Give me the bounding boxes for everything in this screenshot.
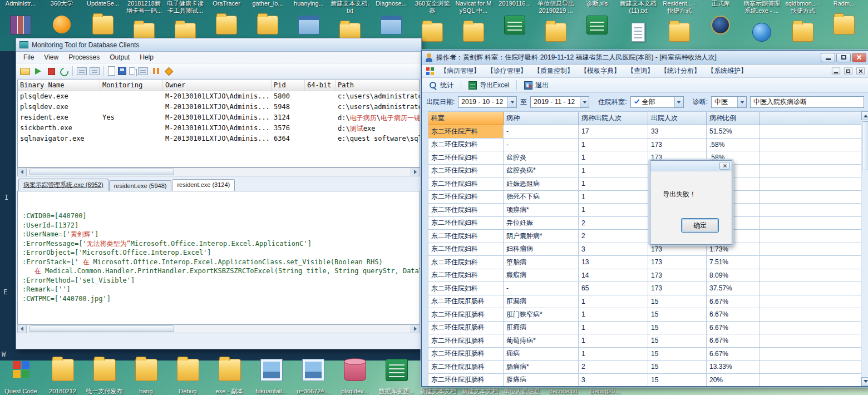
his-titlebar[interactable]: 操作者：黄剑辉 科室：住院呼吸科 2019-11-12 福建省第二人民医院(本部…: [422, 51, 868, 65]
chevron-down-icon[interactable]: [674, 97, 683, 107]
desktop-icon[interactable]: hang: [125, 359, 167, 395]
table-hscrollbar[interactable]: [17, 167, 420, 176]
chevron-down-icon[interactable]: [507, 97, 516, 107]
menu-item[interactable]: 【统计分析】: [660, 66, 701, 76]
open-folder-icon[interactable]: [20, 68, 30, 75]
stop-monitoring-icon[interactable]: [46, 66, 56, 76]
desktop-icon[interactable]: Administr...: [0, 0, 41, 42]
toolbar-button[interactable]: 统计: [426, 80, 456, 91]
export-icon[interactable]: [138, 67, 148, 75]
table-row[interactable]: 东二环住院肛肠科肛痈病1156.67%: [428, 322, 861, 335]
diagnosis-input[interactable]: 中医入院疾病诊断: [750, 96, 864, 108]
table-row[interactable]: 东二环住院妇科癥瘕病141738.09%: [428, 269, 861, 283]
desktop-icon[interactable]: 统一支付发布: [83, 359, 125, 395]
diagnosis-combo[interactable]: 中医: [711, 96, 747, 108]
monitor-view-icon[interactable]: [77, 67, 87, 75]
desktop-icon[interactable]: gather_lo...: [247, 0, 288, 42]
table-row[interactable]: 东二环住院妇科盆腔炎病*1: [428, 165, 861, 178]
menu-item[interactable]: Processes: [63, 52, 105, 62]
menu-item[interactable]: 【质量控制】: [534, 66, 574, 76]
dialog-titlebar[interactable]: [650, 161, 732, 171]
column-header[interactable]: Binary Name: [18, 80, 100, 91]
column-header[interactable]: 病种出院人次: [579, 112, 648, 125]
desktop-icon[interactable]: Quest Code: [0, 359, 42, 395]
column-header[interactable]: 科室: [428, 112, 504, 125]
table-row[interactable]: 东二环住院妇科阴户囊肿病*2: [428, 230, 861, 243]
scroll-down-arrow[interactable]: [861, 377, 868, 386]
desktop-icon[interactable]: Debug: [167, 359, 209, 395]
process-row[interactable]: plsqldev.exeM-20130101LXTJO\Adminis...58…: [18, 91, 420, 102]
start-monitoring-icon[interactable]: [33, 66, 43, 76]
desktop-icon[interactable]: sqldbmon... - 快捷方式: [782, 0, 823, 42]
desktop-icon[interactable]: Navicat for MySQL 中...: [453, 0, 494, 42]
dialog-close-button[interactable]: [719, 162, 730, 170]
table-row[interactable]: 东二环住院肛肠科腹痛病31520%: [428, 374, 861, 387]
desktop-icon[interactable]: huanying...: [288, 0, 329, 42]
desktop-icon[interactable]: u=366724...: [292, 359, 334, 395]
output-pane[interactable]: :CWID00=[440700]:UserId=[1372]:UserName=…: [17, 191, 420, 324]
column-header[interactable]: Monitoring: [100, 80, 163, 91]
menu-item[interactable]: View: [39, 52, 63, 62]
table-row[interactable]: 东二环住院妇科妇科瘤病31731.73%: [428, 243, 861, 256]
pause-icon[interactable]: [151, 66, 161, 76]
table-row[interactable]: 东二环住院妇科胎死不下病1: [428, 191, 861, 204]
desktop-icon[interactable]: OraTracer: [206, 0, 247, 42]
desktop-icon[interactable]: 360大学: [41, 0, 82, 42]
output-hscrollbar[interactable]: [17, 324, 420, 333]
output-tab[interactable]: resident.exe (5948): [109, 180, 172, 191]
new-document-icon[interactable]: [108, 66, 115, 76]
mdi-close-button[interactable]: [856, 68, 865, 75]
scroll-left-arrow[interactable]: [18, 168, 27, 176]
column-header[interactable]: 64-bit: [305, 80, 336, 91]
process-row[interactable]: plsqldev.exeM-20130101LXTJO\Adminis...59…: [18, 102, 420, 112]
monitor-titlebar[interactable]: Monitoring Tool for Database Clients: [16, 38, 421, 52]
scroll-right-arrow[interactable]: [411, 168, 420, 176]
menu-item[interactable]: 【系统维护】: [707, 66, 747, 76]
table-row[interactable]: 东二环住院妇科异位妊娠2: [428, 217, 861, 230]
column-header[interactable]: Path: [336, 80, 420, 91]
desktop-icon[interactable]: 病案示踪管理系统.exe - ...: [741, 0, 782, 42]
output-tab[interactable]: resident.exe (3124): [172, 179, 235, 191]
desktop-icon[interactable]: 新建文本文档 (11).txt: [618, 0, 659, 42]
menu-item[interactable]: 【病历管理】: [440, 66, 480, 76]
table-vscrollbar[interactable]: [861, 111, 868, 386]
desktop-icon[interactable]: exe - 副本: [209, 359, 250, 395]
menu-item[interactable]: 【诊疗管理】: [487, 66, 527, 76]
desktop-icon[interactable]: 新建文本文档.txt: [329, 0, 371, 42]
table-row[interactable]: 东二环住院肛肠科肛门狭窄病*1156.67%: [428, 308, 861, 322]
list-view-icon[interactable]: [90, 67, 100, 75]
scroll-right-arrow[interactable]: [411, 325, 420, 333]
scroll-thumb[interactable]: [29, 325, 174, 332]
mdi-minimize-button[interactable]: [832, 68, 840, 75]
date-from-combo[interactable]: 2019 - 10 - 12: [458, 96, 517, 108]
column-header[interactable]: 出院人次: [648, 112, 707, 125]
mdi-restore-button[interactable]: [844, 68, 852, 75]
desktop-icon[interactable]: 20181218新增卡号一码...: [124, 0, 165, 42]
scroll-up-arrow[interactable]: [861, 111, 868, 120]
date-to-combo[interactable]: 2019 - 11 - 12: [530, 96, 589, 108]
desktop-icon[interactable]: 单位信息导出 20190219 ...: [535, 0, 576, 42]
table-row[interactable]: 东二环住院肛肠科肛漏病1156.67%: [428, 295, 861, 309]
chevron-down-icon[interactable]: [737, 97, 746, 107]
copy-icon[interactable]: [129, 67, 135, 75]
table-row[interactable]: 东二环住院妇科堕胎病131737.51%: [428, 256, 861, 269]
table-row[interactable]: 东二环住院产科-173351.52%: [428, 125, 861, 139]
desktop-icon[interactable]: UpdateSe...: [82, 0, 124, 42]
column-header[interactable]: 病种: [504, 112, 579, 125]
desktop-icon[interactable]: fukuanfail...: [250, 359, 292, 395]
desktop-icon[interactable]: Resident... - 快捷方式: [659, 0, 700, 42]
desktop-icon[interactable]: plsqldev...: [334, 359, 376, 395]
minimize-button[interactable]: [821, 53, 835, 62]
department-combo[interactable]: 全部: [630, 96, 684, 108]
column-header[interactable]: 病种比例: [707, 112, 760, 125]
table-row[interactable]: 东二环住院肛肠科痈病1156.67%: [428, 348, 861, 361]
process-row[interactable]: sqlnavigator.exeM-20130101LXTJO\Adminis.…: [18, 134, 420, 144]
table-row[interactable]: 东二环住院妇科-6517337.57%: [428, 282, 861, 295]
menu-item[interactable]: 【模板字典】: [580, 66, 620, 76]
desktop-icon[interactable]: 360安全浏览器: [412, 0, 453, 42]
table-row[interactable]: 东二环住院妇科妊娠恶阻病1: [428, 177, 861, 191]
chevron-down-icon[interactable]: [580, 97, 589, 107]
highlight-icon[interactable]: [164, 66, 174, 76]
desktop-icon[interactable]: 正式库: [700, 0, 741, 42]
scroll-thumb[interactable]: [862, 121, 868, 170]
